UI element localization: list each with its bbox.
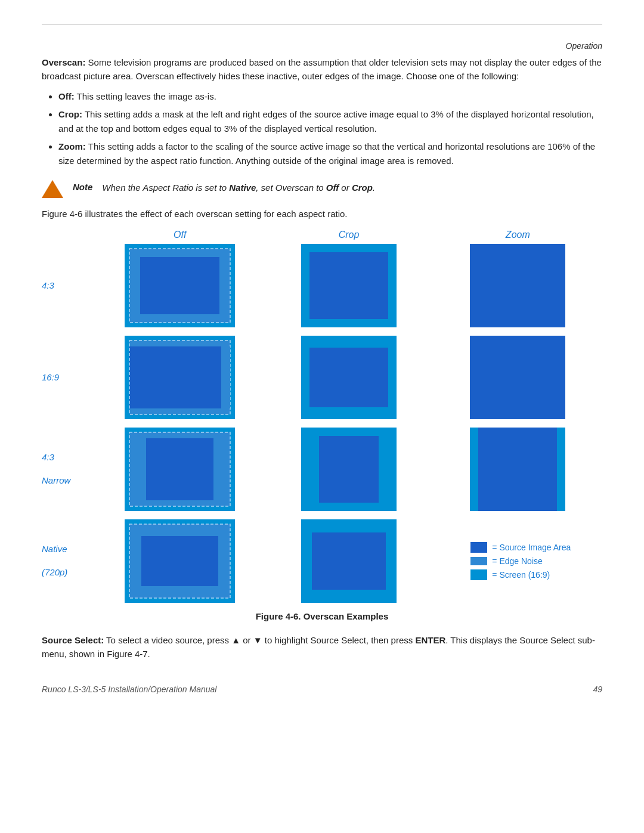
svg-rect-2 [140,257,219,314]
svg-rect-18 [470,336,565,419]
overscan-lead: Overscan: [42,57,85,67]
svg-rect-8 [470,244,565,327]
diag-off-43 [125,244,235,327]
diag-zoom-169 [470,336,565,419]
note-triangle-icon [42,180,63,198]
figure-intro-text: Figure 4-6 illustrates the effect of eac… [42,209,602,219]
diag-crop-43n [301,428,397,511]
diag-off-43n [125,428,235,511]
row-43narrow: 4:3 Narrow [42,428,602,511]
footer-right: 49 [593,685,602,694]
section-header: Operation [42,41,602,51]
svg-rect-5 [309,252,388,319]
figure-title: Figure 4-6. Overscan Examples [42,611,602,621]
legend-edge-label: = Edge Noise [492,556,542,566]
svg-rect-14 [221,346,230,408]
diag-off-169-cell [95,336,264,419]
grid-header-row: Off Crop Zoom [42,230,602,240]
diag-off-native-cell [95,519,264,603]
source-select-lead: Source Select: [42,635,104,645]
bullet-list: Off: This setting leaves the image as-is… [58,89,602,168]
row-label-native: Native (720p) [42,543,95,578]
diag-crop-169 [301,336,397,419]
legend-source-label: = Source Image Area [492,543,571,552]
legend-source: = Source Image Area [470,542,571,553]
legend-screen-label: = Screen (16:9) [492,570,550,580]
diag-zoom-43 [470,244,565,327]
legend-edge: = Edge Noise [470,556,542,566]
overscan-text: Some television programs are produced ba… [42,57,602,81]
svg-rect-12 [129,346,230,408]
diag-crop-43-cell [264,244,433,327]
svg-rect-26 [478,428,557,511]
diag-crop-native-cell [264,519,433,603]
diag-off-169 [125,336,235,419]
diag-zoom-43n-cell [434,428,602,511]
diag-off-native [125,519,235,603]
row-label-43: 4:3 [42,280,95,292]
svg-rect-29 [141,536,218,586]
diag-crop-43n-cell [264,428,433,511]
note-box: Note When the Aspect Ratio is set to Nat… [42,179,602,198]
footer-left: Runco LS-3/LS-5 Installation/Operation M… [42,685,216,694]
top-rule [42,24,602,24]
row-label-43narrow: 4:3 Narrow [42,451,95,487]
diag-crop-native [301,519,397,603]
svg-rect-32 [312,532,386,590]
svg-rect-24 [319,436,379,503]
bullet-crop: Crop: This setting adds a mask at the le… [58,107,602,136]
diag-zoom-169-cell [434,336,602,419]
col-label-off: Off [95,230,264,240]
source-select-bold: ENTER [415,635,445,645]
diag-off-43n-cell [95,428,264,511]
svg-rect-21 [146,438,213,500]
page-footer: Runco LS-3/LS-5 Installation/Operation M… [42,685,602,694]
bullet-crop-text: This setting adds a mask at the left and… [58,109,594,134]
legend-area: = Source Image Area = Edge Noise = Scree… [465,542,571,580]
bullet-off-text: This setting leaves the image as-is. [75,91,216,101]
source-select-para: Source Select: To select a video source,… [42,633,602,661]
bullet-zoom: Zoom: This setting adds a factor to the … [58,140,602,168]
legend-cell: = Source Image Area = Edge Noise = Scree… [434,542,602,580]
source-select-text1: To select a video source, press ▲ or ▼ t… [104,635,415,645]
diag-zoom-43-cell [434,244,602,327]
svg-rect-16 [309,348,388,407]
legend-screen: = Screen (16:9) [470,569,550,580]
diag-crop-43 [301,244,397,327]
bullet-zoom-text: This setting adds a factor to the scalin… [58,141,595,166]
diag-zoom-43n [470,428,565,511]
row-native: Native (720p) [42,519,602,603]
row-169: 16:9 [42,336,602,419]
col-label-zoom: Zoom [434,230,602,240]
bullet-crop-bold: Crop: [58,109,82,119]
figure-grid: Off Crop Zoom 4:3 [42,230,602,603]
legend-edge-swatch [470,557,487,565]
row-43: 4:3 [42,244,602,327]
bullet-off-bold: Off: [58,91,75,101]
overscan-intro: Overscan: Some television programs are p… [42,55,602,83]
col-label-crop: Crop [264,230,433,240]
bullet-zoom-bold: Zoom: [58,141,86,151]
legend-screen-swatch [470,569,487,580]
row-label-169: 16:9 [42,371,95,383]
note-text: When the Aspect Ratio is set to Native, … [102,181,375,195]
bullet-off: Off: This setting leaves the image as-is… [58,89,602,104]
legend-source-swatch [470,542,487,553]
diag-off-43-cell [95,244,264,327]
diag-crop-169-cell [264,336,433,419]
note-label: Note [73,182,92,192]
